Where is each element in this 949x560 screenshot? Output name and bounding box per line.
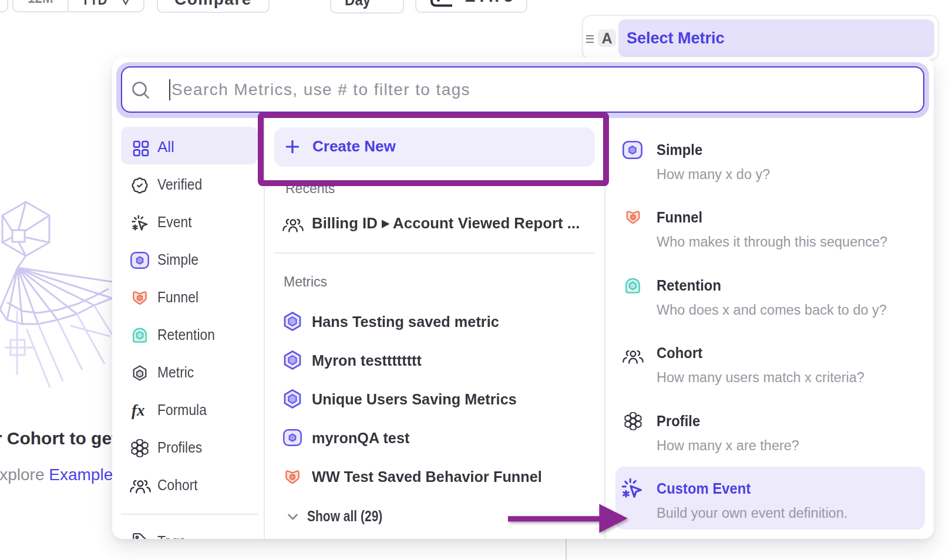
svg-text:fx: fx xyxy=(132,402,145,419)
